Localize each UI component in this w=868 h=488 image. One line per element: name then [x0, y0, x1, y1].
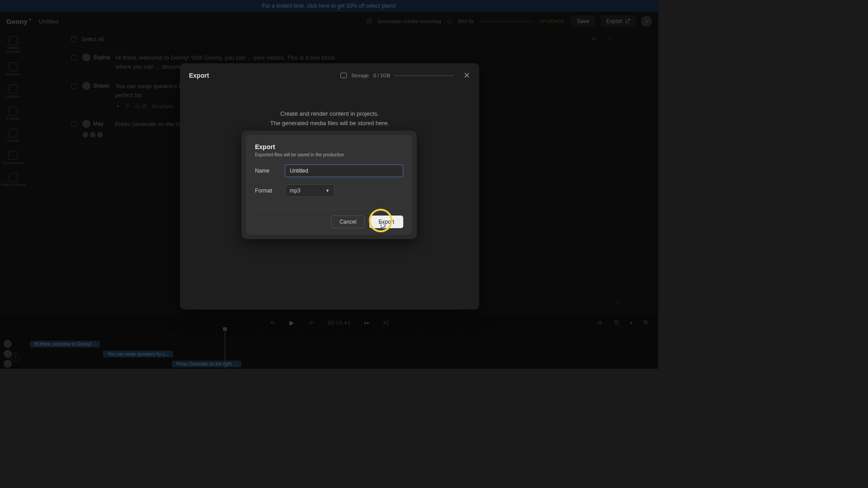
export-panel-message: Create and render content in projects. T… — [189, 109, 470, 128]
msg-line1: Create and render content in projects. — [189, 109, 470, 119]
export-panel-header: Export Storage 0 / 1GB ✕ — [189, 70, 470, 80]
chevron-down-icon: ▼ — [326, 188, 330, 193]
format-select[interactable]: mp3 ▼ — [285, 184, 335, 197]
msg-line2: The generated media files will be stored… — [189, 119, 470, 128]
export-modal-subtitle: Exported files will be saved in the prod… — [255, 152, 403, 157]
name-label: Name — [255, 168, 278, 174]
format-label: Format — [255, 188, 278, 194]
modal-actions: Cancel Export — [255, 209, 403, 228]
export-modal-title: Export — [255, 143, 403, 150]
folder-icon — [340, 73, 347, 78]
format-row: Format mp3 ▼ — [255, 184, 403, 197]
storage-info: Storage 0 / 1GB — [340, 73, 453, 78]
export-confirm-button[interactable]: Export — [369, 216, 403, 228]
close-icon[interactable]: ✕ — [463, 70, 470, 80]
export-modal: Export Exported files will be saved in t… — [241, 131, 417, 239]
storage-value: 0 / 1GB — [373, 73, 390, 78]
export-modal-body: Export Exported files will be saved in t… — [246, 135, 412, 235]
storage-label: Storage — [351, 73, 369, 78]
cancel-button[interactable]: Cancel — [331, 216, 365, 228]
name-input[interactable] — [285, 164, 403, 177]
name-row: Name — [255, 164, 403, 177]
export-panel-title: Export — [189, 72, 209, 79]
format-value: mp3 — [290, 188, 300, 194]
storage-bar — [395, 75, 453, 76]
